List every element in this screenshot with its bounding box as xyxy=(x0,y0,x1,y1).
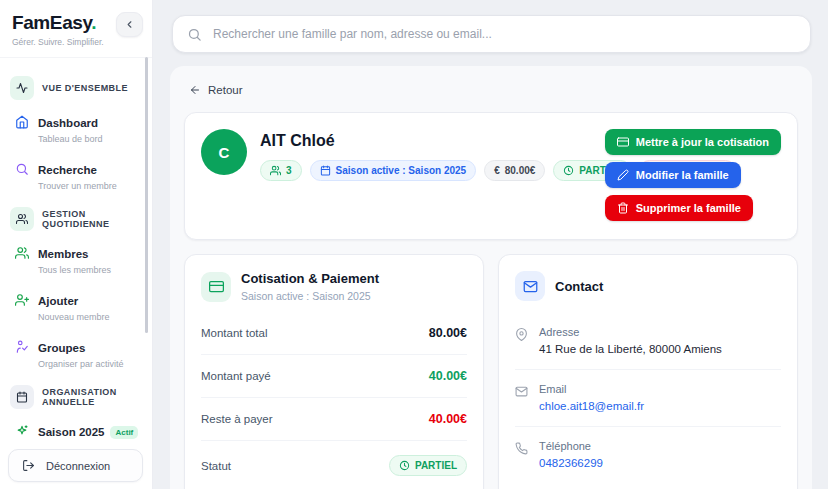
cotisation-card: Cotisation & Paiement Saison active : Sa… xyxy=(184,254,484,489)
contact-email-link[interactable]: chloe.ait18@email.fr xyxy=(539,400,644,412)
nav-item-sub: Nouveau membre xyxy=(38,312,110,322)
user-plus-icon xyxy=(15,293,29,307)
section-label: GESTION QUOTIDIENNE xyxy=(42,209,142,229)
nav-item-label: Membres xyxy=(38,248,89,260)
logout-button[interactable]: Déconnexion xyxy=(8,449,143,482)
contact-items: Adresse 41 Rue de la Liberté, 80000 Amie… xyxy=(499,311,797,489)
row-statut: Statut PARTIEL xyxy=(201,441,467,489)
topbar xyxy=(153,0,828,66)
sidebar-item-ajouter[interactable]: Ajouter Nouveau membre xyxy=(10,291,142,322)
activity-icon xyxy=(10,76,34,100)
calendar-icon xyxy=(320,165,331,176)
content-panel: Retour C AIT Chloé 3 xyxy=(170,66,812,489)
nav-item-label: Groupes xyxy=(38,342,85,354)
nav-item-label: Dashboard xyxy=(38,117,98,129)
main-area: Retour C AIT Chloé 3 xyxy=(153,0,828,489)
status-label: PARTIEL xyxy=(415,460,457,471)
sidebar-item-groupes[interactable]: Groupes Organiser par activité xyxy=(10,338,142,369)
home-icon xyxy=(15,115,29,129)
section-gestion-quotidienne: GESTION QUOTIDIENNE xyxy=(10,207,142,231)
section-vue-densemble: VUE D'ENSEMBLE xyxy=(10,76,142,100)
brand-name: FamEasy xyxy=(12,12,91,33)
season-label: Saison active : Saison 2025 xyxy=(336,165,467,176)
credit-card-icon xyxy=(201,272,231,302)
search-icon xyxy=(15,162,29,176)
brand-dot: . xyxy=(91,12,96,33)
nav-item-label: Recherche xyxy=(38,164,97,176)
users-icon xyxy=(270,165,281,176)
contact-phone-link[interactable]: 0482366299 xyxy=(539,457,603,469)
sidebar-scrollbar[interactable] xyxy=(145,57,148,333)
edit-family-button[interactable]: Modifier la famille xyxy=(605,162,741,188)
family-actions: Mettre à jour la cotisation Modifier la … xyxy=(605,129,781,221)
button-label: Supprimer la famille xyxy=(636,202,741,214)
euro-icon: € xyxy=(494,165,500,176)
actif-badge: Actif xyxy=(110,426,138,439)
card-subtitle: Saison active : Saison 2025 xyxy=(241,290,379,302)
card-title: Contact xyxy=(555,279,603,294)
nav-item-sub: Trouver un membre xyxy=(38,181,117,191)
delete-family-button[interactable]: Supprimer la famille xyxy=(605,195,753,221)
search-input[interactable] xyxy=(213,27,796,41)
family-info: AIT Chloé 3 Saison active : Saison 2025 xyxy=(260,129,592,221)
card-title: Cotisation & Paiement xyxy=(241,271,379,286)
row-label: Reste à payer xyxy=(201,413,273,425)
contact-label: Adresse xyxy=(539,326,722,338)
group-activity-icon xyxy=(15,340,29,354)
cotisation-rows: Montant total 80.00€ Montant payé 40.00€… xyxy=(185,312,483,489)
nav-item-sub: Tableau de bord xyxy=(38,134,103,144)
status-badge: PARTIEL xyxy=(389,455,467,476)
row-label: Montant total xyxy=(201,327,267,339)
sidebar: FamEasy. Gérer. Suivre. Simplifier. VUE … xyxy=(0,0,153,489)
detail-cards-row: Cotisation & Paiement Saison active : Sa… xyxy=(184,254,798,489)
nav-item-sub: Tous les membres xyxy=(38,265,111,275)
nav-item-label: Ajouter xyxy=(38,295,78,307)
family-header-card: C AIT Chloé 3 Saison active : Saison xyxy=(184,112,798,240)
family-badges: 3 Saison active : Saison 2025 € 80.00€ xyxy=(260,160,592,181)
button-label: Mettre à jour la cotisation xyxy=(636,136,769,148)
mail-icon xyxy=(515,271,545,301)
contact-label: Email xyxy=(539,383,644,395)
arrow-left-icon xyxy=(189,84,201,96)
sidebar-collapse-button[interactable] xyxy=(116,12,143,37)
row-value: 40.00€ xyxy=(429,412,467,426)
row-label: Statut xyxy=(201,460,231,472)
clock-icon xyxy=(399,460,410,471)
logout-icon xyxy=(22,459,35,472)
cotisation-card-header: Cotisation & Paiement Saison active : Sa… xyxy=(185,255,483,312)
contact-value: 41 Rue de la Liberté, 80000 Amiens xyxy=(539,343,722,355)
chevron-left-icon xyxy=(124,19,135,30)
season-badge: Saison active : Saison 2025 xyxy=(310,160,477,181)
sidebar-item-recherche[interactable]: Recherche Trouver un membre xyxy=(10,160,142,191)
phone-icon xyxy=(515,442,528,469)
section-organisation-annuelle: ORGANISATION ANNUELLE xyxy=(10,385,142,409)
sidebar-item-dashboard[interactable]: Dashboard Tableau de bord xyxy=(10,113,142,144)
section-label: ORGANISATION ANNUELLE xyxy=(42,387,142,407)
trash-icon xyxy=(617,202,629,214)
search-bar xyxy=(172,15,811,53)
section-label: VUE D'ENSEMBLE xyxy=(42,83,128,93)
sidebar-nav: VUE D'ENSEMBLE Dashboard Tableau de bord… xyxy=(0,58,152,489)
contact-item-adresse: Adresse 41 Rue de la Liberté, 80000 Amie… xyxy=(515,313,781,370)
contact-item-email: Email chloe.ait18@email.fr xyxy=(515,370,781,427)
row-montant-total: Montant total 80.00€ xyxy=(201,312,467,355)
row-value: 40.00€ xyxy=(429,369,467,383)
members-count: 3 xyxy=(286,165,292,176)
row-value: 80.00€ xyxy=(429,326,467,340)
back-link[interactable]: Retour xyxy=(189,84,243,96)
search-icon xyxy=(187,27,202,42)
family-name: AIT Chloé xyxy=(260,132,592,150)
amount-badge: € 80.00€ xyxy=(484,160,545,181)
users-icon xyxy=(15,246,29,260)
nav-item-sub: Organiser par activité xyxy=(38,359,124,369)
back-label: Retour xyxy=(208,84,243,96)
users-icon xyxy=(10,207,34,231)
members-count-badge: 3 xyxy=(260,160,302,181)
contact-card: Contact Adresse 41 Rue de la Liberté, 80… xyxy=(498,254,798,489)
credit-card-icon xyxy=(617,136,629,148)
sidebar-item-membres[interactable]: Membres Tous les membres xyxy=(10,244,142,275)
sidebar-footer: Déconnexion xyxy=(0,442,151,489)
update-cotisation-button[interactable]: Mettre à jour la cotisation xyxy=(605,129,781,155)
pencil-icon xyxy=(617,169,629,181)
avatar: C xyxy=(201,129,247,175)
